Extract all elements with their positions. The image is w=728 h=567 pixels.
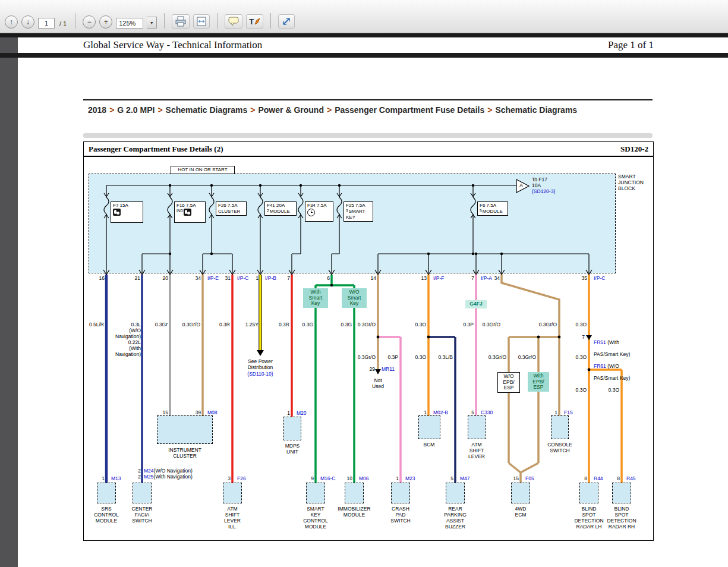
breadcrumb-item[interactable]: G 2.0 MPI xyxy=(117,105,155,115)
breadcrumb-item[interactable]: Passenger Compartment Fuse Details xyxy=(335,105,484,115)
fuse-f25: F25 7.5A 3SMART KEY xyxy=(343,201,373,222)
page-indicator: Page 1 of 1 xyxy=(559,39,654,51)
connector-id: M20 xyxy=(293,410,332,416)
fuse-load: CLUSTER xyxy=(218,209,244,215)
smart-junction-block-label: SMART JUNCTION BLOCK xyxy=(618,174,644,191)
wire-label: 0.3P xyxy=(388,354,399,360)
inline-connector-marker xyxy=(586,335,592,340)
pin-number: 1 xyxy=(69,475,108,481)
highlight-text-button[interactable]: T xyxy=(246,14,263,29)
connector-label: ATM SHIFT LEVER xyxy=(468,442,485,459)
wire-label: 0.3R xyxy=(279,322,289,327)
comment-button[interactable] xyxy=(225,14,242,29)
connector-pin: M24(W/O Navigation) xyxy=(144,468,193,474)
fuse-load: MODULE xyxy=(270,209,290,214)
wire-label: 0.3Gr/O xyxy=(358,322,376,327)
section-divider xyxy=(83,133,653,138)
fuse-f6: F6 7.5A 5MODULE xyxy=(477,201,508,216)
fuse-name: F7 15A xyxy=(113,203,141,209)
fullscreen-button[interactable] xyxy=(278,14,295,29)
fit-page-button[interactable] xyxy=(193,14,210,29)
fuse-index: 2 xyxy=(267,209,269,213)
connector-id: R45 xyxy=(623,475,662,481)
breadcrumb-top-rule xyxy=(83,99,653,100)
print-button[interactable] xyxy=(172,14,190,29)
fuse-element xyxy=(209,197,214,214)
breadcrumb-item[interactable]: Schematic Diagrams xyxy=(495,105,577,115)
exit-pin: 34 xyxy=(464,275,542,281)
page-count-label: / 1 xyxy=(58,20,68,29)
wire-label: 0.3O xyxy=(576,387,587,393)
connector-id: FR61 xyxy=(594,363,606,369)
fuse-name: F34 7.5A xyxy=(307,203,331,209)
expand-diagonal-icon xyxy=(281,16,292,27)
pin-number: 7 xyxy=(254,275,293,281)
connector-pin: 5C330 xyxy=(439,410,516,415)
fit-width-icon xyxy=(196,16,207,27)
arrow-down-icon xyxy=(257,350,264,356)
chevron-down-icon: ▼ xyxy=(150,21,154,25)
schematic-code: SD120-2 xyxy=(620,144,648,154)
zoom-value: 125% xyxy=(119,20,135,27)
connector-id: M08 xyxy=(204,410,243,415)
sd110-10-link[interactable]: (SD110-10) xyxy=(247,371,273,377)
pin-number: 3 xyxy=(195,475,234,481)
fr-connector-note: FR51 (With PAS/Smart Key) FR61 (W/O PAS/… xyxy=(594,333,630,387)
fuse-element xyxy=(337,197,342,214)
pin-number: 1 xyxy=(363,475,402,481)
airbag-icon xyxy=(113,209,121,216)
with-epb-esp-tag: With EPB/ ESP xyxy=(528,372,549,392)
wire-label: 0.3Gr/O xyxy=(483,322,500,327)
pin-number: 16 xyxy=(69,275,108,281)
wire-label: 0.3L/B xyxy=(438,354,453,360)
connector-label: INSTRUMENT CLUSTER xyxy=(168,447,201,459)
fuse-index: 3 xyxy=(346,209,348,213)
connector-label: IMMOBILIZER MODULE xyxy=(338,506,370,518)
hot-in-on-label: HOT IN ON OR START xyxy=(171,166,235,174)
wire-label: 0.3Gr xyxy=(155,322,168,327)
zoom-out-button[interactable]: − xyxy=(83,15,96,29)
wire-label: 0.3Gr/O xyxy=(489,354,506,360)
breadcrumb-separator: > xyxy=(324,105,335,115)
breadcrumb: 2018>G 2.0 MPI>Schematic Diagrams>Power … xyxy=(88,104,641,116)
wire-label: 0.3O xyxy=(415,322,426,327)
connector-pin: 8R45 xyxy=(584,475,662,481)
connector-label: CENTER FACIA SWITCH xyxy=(132,506,153,524)
connector-label: REAR PARKING ASSIST BUZZER xyxy=(444,506,467,530)
next-page-button[interactable]: ↓ xyxy=(21,15,34,29)
wire-label: 0.3G xyxy=(302,322,313,327)
to-f17-amps: 10A xyxy=(532,182,541,188)
connector-label: ATM SHIFT LEVER ILL. xyxy=(224,506,241,530)
fuse-f7: F7 15A xyxy=(111,201,143,223)
not-used-note: Not Used xyxy=(372,377,384,389)
page-number-input[interactable] xyxy=(38,18,55,29)
wire-label: 0.3O xyxy=(609,387,619,393)
content-top-bar xyxy=(0,33,728,37)
pin-number: 5 xyxy=(418,475,456,481)
breadcrumb-item[interactable]: 2018 xyxy=(88,105,106,115)
connector-label: BLIND SPOT DETECTION RADAR LH xyxy=(574,506,603,530)
breadcrumb-item[interactable]: Power & Ground xyxy=(258,105,323,115)
connector-id: F26 xyxy=(234,475,273,481)
wire-label: 0.3Gr/O xyxy=(518,354,536,360)
fuse-name: F25 7.5A xyxy=(346,203,371,209)
previous-page-button[interactable]: ↑ xyxy=(5,15,18,29)
wire-label: 0.3O xyxy=(576,322,587,327)
sd120-3-link[interactable]: (SD120-3) xyxy=(532,188,555,194)
zoom-dropdown-button[interactable]: ▼ xyxy=(147,17,157,29)
pin-number: 9 xyxy=(278,475,317,481)
zoom-level-field[interactable]: 125% xyxy=(116,18,143,29)
fuse-f26: F26 7.5A CLUSTER xyxy=(216,201,247,216)
fuse-element xyxy=(298,197,303,214)
breadcrumb-item[interactable]: Schematic Diagrams xyxy=(166,105,248,115)
pin-number: 15 xyxy=(483,475,522,481)
pin-number: 29 xyxy=(370,366,375,372)
pin-number: 35 xyxy=(551,275,590,281)
zoom-in-button[interactable]: + xyxy=(99,15,112,29)
wo-epb-esp-tag: W/O EPB/ ESP xyxy=(497,372,520,393)
connector-label: BLIND SPOT DETECTION RADAR RH xyxy=(607,506,636,530)
highlighter-pen-icon xyxy=(254,18,260,25)
wire-console-switch xyxy=(502,275,559,415)
pin-number: 13 xyxy=(391,275,430,281)
connector-label: SRS CONTROL MODULE xyxy=(94,506,119,524)
